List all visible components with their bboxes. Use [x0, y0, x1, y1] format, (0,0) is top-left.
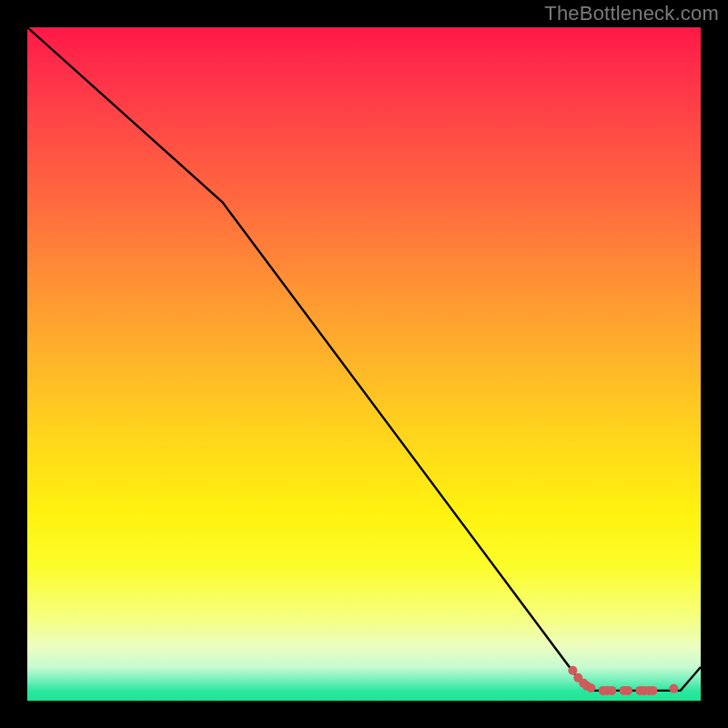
chart-container: TheBottleneck.com	[0, 0, 728, 728]
chart-svg	[27, 27, 701, 701]
watermark-text: TheBottleneck.com	[544, 2, 719, 25]
data-point	[607, 686, 616, 695]
data-point	[669, 684, 678, 693]
plot-area	[27, 27, 701, 701]
data-point	[568, 666, 577, 675]
data-point	[623, 686, 632, 695]
data-point	[648, 686, 657, 695]
curve-line	[27, 27, 701, 691]
data-point	[586, 683, 595, 693]
